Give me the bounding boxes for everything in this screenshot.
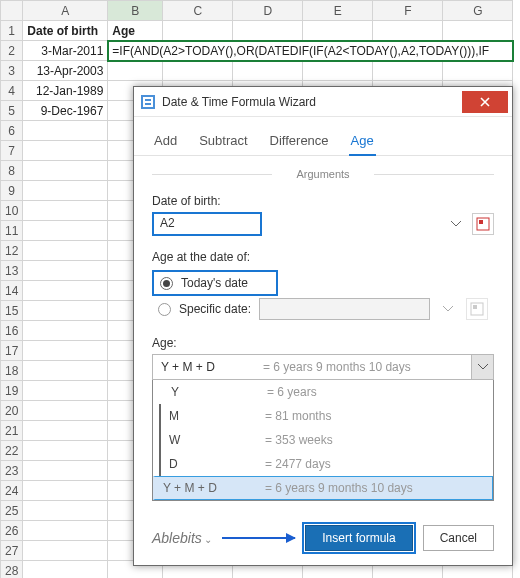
- col-header-E[interactable]: E: [303, 1, 373, 21]
- cell[interactable]: [23, 561, 108, 579]
- cell[interactable]: [23, 501, 108, 521]
- row-header[interactable]: 8: [1, 161, 23, 181]
- tab-subtract[interactable]: Subtract: [197, 127, 249, 155]
- cell[interactable]: [23, 161, 108, 181]
- cell[interactable]: [23, 281, 108, 301]
- cell[interactable]: [303, 21, 373, 41]
- row-header[interactable]: 5: [1, 101, 23, 121]
- row-header[interactable]: 9: [1, 181, 23, 201]
- cell[interactable]: [443, 21, 513, 41]
- brand-label[interactable]: Ablebits⌄: [152, 530, 212, 546]
- close-button[interactable]: [462, 91, 508, 113]
- cell-A3[interactable]: 13-Apr-2003: [23, 61, 108, 81]
- row-header[interactable]: 28: [1, 561, 23, 579]
- specific-date-range-picker[interactable]: [466, 298, 488, 320]
- cell-A5[interactable]: 9-Dec-1967: [23, 101, 108, 121]
- age-format-select[interactable]: Y + M + D = 6 years 9 months 10 days: [152, 354, 494, 380]
- specific-date-dropdown[interactable]: [438, 297, 458, 321]
- radio-today[interactable]: Today's date: [152, 270, 278, 296]
- tab-age[interactable]: Age: [349, 127, 376, 156]
- cell[interactable]: [23, 321, 108, 341]
- insert-formula-button[interactable]: Insert formula: [305, 525, 412, 551]
- row-header[interactable]: 27: [1, 541, 23, 561]
- cell[interactable]: [23, 381, 108, 401]
- tab-difference[interactable]: Difference: [268, 127, 331, 155]
- option-y[interactable]: Y = 6 years: [153, 380, 493, 404]
- cell[interactable]: [23, 341, 108, 361]
- cell[interactable]: [163, 21, 233, 41]
- row-header[interactable]: 10: [1, 201, 23, 221]
- cancel-button[interactable]: Cancel: [423, 525, 494, 551]
- cell[interactable]: [23, 361, 108, 381]
- row-header[interactable]: 11: [1, 221, 23, 241]
- col-header-F[interactable]: F: [373, 1, 443, 21]
- row-header[interactable]: 19: [1, 381, 23, 401]
- cell[interactable]: [23, 121, 108, 141]
- option-w[interactable]: W = 353 weeks: [159, 428, 493, 452]
- row-header[interactable]: 15: [1, 301, 23, 321]
- cell[interactable]: [23, 401, 108, 421]
- option-m[interactable]: M = 81 months: [159, 404, 493, 428]
- titlebar[interactable]: Date & Time Formula Wizard: [134, 87, 512, 117]
- row-header[interactable]: 23: [1, 461, 23, 481]
- row-header[interactable]: 16: [1, 321, 23, 341]
- radio-specific[interactable]: Specific date:: [152, 296, 494, 322]
- row-header[interactable]: 25: [1, 501, 23, 521]
- row-header[interactable]: 13: [1, 261, 23, 281]
- cell-B2-active[interactable]: =IF(AND(A2>TODAY(),OR(DATEDIF(IF(A2<TODA…: [108, 41, 513, 61]
- cell[interactable]: [23, 421, 108, 441]
- cell-A1[interactable]: Date of birth: [23, 21, 108, 41]
- option-d[interactable]: D = 2477 days: [159, 452, 493, 476]
- age-format-dropdown-button[interactable]: [471, 355, 493, 379]
- row-header[interactable]: 22: [1, 441, 23, 461]
- cell[interactable]: [233, 21, 303, 41]
- cell[interactable]: [23, 221, 108, 241]
- option-ymd[interactable]: Y + M + D = 6 years 9 months 10 days: [153, 476, 493, 500]
- col-header-C[interactable]: C: [163, 1, 233, 21]
- tab-add[interactable]: Add: [152, 127, 179, 155]
- cell-B1[interactable]: Age: [108, 21, 163, 41]
- row-header[interactable]: 3: [1, 61, 23, 81]
- cell[interactable]: [303, 61, 373, 81]
- cell[interactable]: [23, 541, 108, 561]
- col-header-D[interactable]: D: [233, 1, 303, 21]
- row-header[interactable]: 17: [1, 341, 23, 361]
- cell[interactable]: [443, 61, 513, 81]
- cell[interactable]: [373, 21, 443, 41]
- row-header[interactable]: 4: [1, 81, 23, 101]
- cell[interactable]: [233, 61, 303, 81]
- dob-range-picker[interactable]: [472, 213, 494, 235]
- cell[interactable]: [163, 61, 233, 81]
- row-header[interactable]: 14: [1, 281, 23, 301]
- dob-dropdown[interactable]: [446, 212, 466, 236]
- row-header[interactable]: 1: [1, 21, 23, 41]
- row-header[interactable]: 20: [1, 401, 23, 421]
- col-header-A[interactable]: A: [23, 1, 108, 21]
- select-all-corner[interactable]: [1, 1, 23, 21]
- row-header[interactable]: 7: [1, 141, 23, 161]
- cell[interactable]: [108, 61, 163, 81]
- cell[interactable]: [373, 61, 443, 81]
- col-header-G[interactable]: G: [443, 1, 513, 21]
- row-header[interactable]: 24: [1, 481, 23, 501]
- cell[interactable]: [23, 141, 108, 161]
- cell[interactable]: [23, 481, 108, 501]
- row-header[interactable]: 6: [1, 121, 23, 141]
- cell[interactable]: [23, 241, 108, 261]
- cell[interactable]: [23, 181, 108, 201]
- row-header[interactable]: 2: [1, 41, 23, 61]
- row-header[interactable]: 12: [1, 241, 23, 261]
- row-header[interactable]: 21: [1, 421, 23, 441]
- row-header[interactable]: 26: [1, 521, 23, 541]
- cell[interactable]: [23, 301, 108, 321]
- dob-input[interactable]: A2: [152, 212, 262, 236]
- specific-date-input[interactable]: [259, 298, 430, 320]
- cell-A2[interactable]: 3-Mar-2011: [23, 41, 108, 61]
- cell-A4[interactable]: 12-Jan-1989: [23, 81, 108, 101]
- cell[interactable]: [23, 201, 108, 221]
- cell[interactable]: [23, 261, 108, 281]
- cell[interactable]: [23, 441, 108, 461]
- col-header-B[interactable]: B: [108, 1, 163, 21]
- cell[interactable]: [23, 461, 108, 481]
- row-header[interactable]: 18: [1, 361, 23, 381]
